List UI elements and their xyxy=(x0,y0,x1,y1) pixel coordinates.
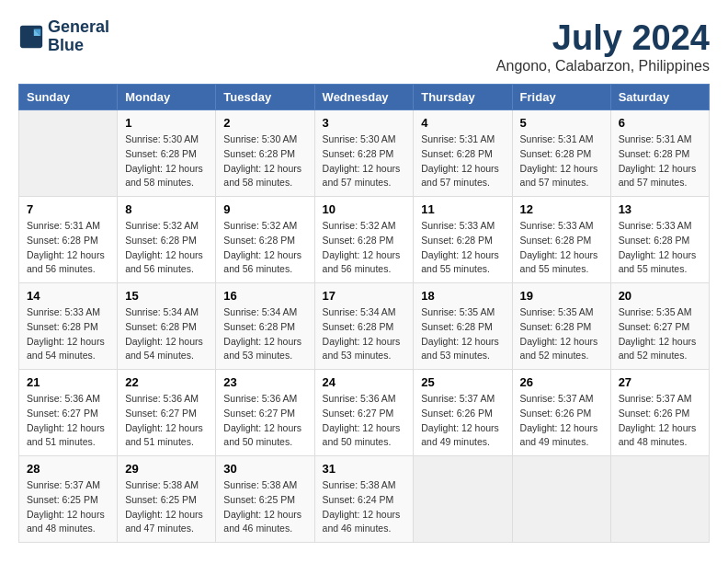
calendar-cell: 18Sunrise: 5:35 AM Sunset: 6:28 PM Dayli… xyxy=(414,283,512,370)
day-number: 26 xyxy=(520,375,603,389)
calendar-table: SundayMondayTuesdayWednesdayThursdayFrid… xyxy=(18,84,710,543)
day-number: 14 xyxy=(27,289,109,303)
calendar-cell: 12Sunrise: 5:33 AM Sunset: 6:28 PM Dayli… xyxy=(512,197,610,283)
svg-rect-0 xyxy=(20,26,42,48)
day-number: 27 xyxy=(619,375,701,389)
calendar-cell: 29Sunrise: 5:38 AM Sunset: 6:25 PM Dayli… xyxy=(118,456,216,543)
calendar-cell: 5Sunrise: 5:31 AM Sunset: 6:28 PM Daylig… xyxy=(512,110,610,197)
calendar-cell: 21Sunrise: 5:36 AM Sunset: 6:27 PM Dayli… xyxy=(19,370,118,456)
calendar-cell: 2Sunrise: 5:30 AM Sunset: 6:28 PM Daylig… xyxy=(216,110,314,197)
main-title: July 2024 xyxy=(496,18,710,58)
day-info: Sunrise: 5:36 AM Sunset: 6:27 PM Dayligh… xyxy=(323,392,406,450)
day-number: 4 xyxy=(421,116,504,130)
day-number: 23 xyxy=(223,375,306,389)
day-info: Sunrise: 5:31 AM Sunset: 6:28 PM Dayligh… xyxy=(421,132,504,190)
calendar-week-row: 7Sunrise: 5:31 AM Sunset: 6:28 PM Daylig… xyxy=(19,197,710,283)
calendar-cell: 27Sunrise: 5:37 AM Sunset: 6:26 PM Dayli… xyxy=(610,370,709,456)
day-info: Sunrise: 5:30 AM Sunset: 6:28 PM Dayligh… xyxy=(223,132,306,190)
day-info: Sunrise: 5:32 AM Sunset: 6:28 PM Dayligh… xyxy=(323,219,406,277)
calendar-cell: 28Sunrise: 5:37 AM Sunset: 6:25 PM Dayli… xyxy=(19,456,118,543)
calendar-week-row: 1Sunrise: 5:30 AM Sunset: 6:28 PM Daylig… xyxy=(19,110,710,197)
day-info: Sunrise: 5:34 AM Sunset: 6:28 PM Dayligh… xyxy=(323,305,406,363)
weekday-header-thursday: Thursday xyxy=(414,85,512,110)
calendar-cell: 19Sunrise: 5:35 AM Sunset: 6:28 PM Dayli… xyxy=(512,283,610,370)
day-info: Sunrise: 5:35 AM Sunset: 6:28 PM Dayligh… xyxy=(520,305,603,363)
calendar-cell: 17Sunrise: 5:34 AM Sunset: 6:28 PM Dayli… xyxy=(314,283,414,370)
day-info: Sunrise: 5:34 AM Sunset: 6:28 PM Dayligh… xyxy=(223,305,306,363)
calendar-cell: 9Sunrise: 5:32 AM Sunset: 6:28 PM Daylig… xyxy=(216,197,314,283)
calendar-cell: 4Sunrise: 5:31 AM Sunset: 6:28 PM Daylig… xyxy=(414,110,512,197)
day-number: 11 xyxy=(421,202,504,216)
day-info: Sunrise: 5:36 AM Sunset: 6:27 PM Dayligh… xyxy=(223,392,306,450)
day-number: 5 xyxy=(520,116,603,130)
day-info: Sunrise: 5:37 AM Sunset: 6:26 PM Dayligh… xyxy=(619,392,701,450)
day-number: 24 xyxy=(323,375,406,389)
calendar-week-row: 21Sunrise: 5:36 AM Sunset: 6:27 PM Dayli… xyxy=(19,370,710,456)
weekday-header-tuesday: Tuesday xyxy=(216,85,314,110)
day-info: Sunrise: 5:31 AM Sunset: 6:28 PM Dayligh… xyxy=(619,132,701,190)
weekday-header-friday: Friday xyxy=(512,85,610,110)
day-info: Sunrise: 5:30 AM Sunset: 6:28 PM Dayligh… xyxy=(125,132,208,190)
calendar-cell: 25Sunrise: 5:37 AM Sunset: 6:26 PM Dayli… xyxy=(414,370,512,456)
calendar-cell: 3Sunrise: 5:30 AM Sunset: 6:28 PM Daylig… xyxy=(314,110,414,197)
logo-icon xyxy=(18,24,44,50)
weekday-header-wednesday: Wednesday xyxy=(314,85,414,110)
weekday-header-sunday: Sunday xyxy=(19,85,118,110)
day-number: 12 xyxy=(520,202,603,216)
day-info: Sunrise: 5:36 AM Sunset: 6:27 PM Dayligh… xyxy=(27,392,109,450)
calendar-cell: 24Sunrise: 5:36 AM Sunset: 6:27 PM Dayli… xyxy=(314,370,414,456)
day-info: Sunrise: 5:37 AM Sunset: 6:25 PM Dayligh… xyxy=(27,478,109,536)
day-info: Sunrise: 5:35 AM Sunset: 6:27 PM Dayligh… xyxy=(619,305,701,363)
calendar-cell: 10Sunrise: 5:32 AM Sunset: 6:28 PM Dayli… xyxy=(314,197,414,283)
day-info: Sunrise: 5:38 AM Sunset: 6:24 PM Dayligh… xyxy=(323,478,406,536)
calendar-cell: 11Sunrise: 5:33 AM Sunset: 6:28 PM Dayli… xyxy=(414,197,512,283)
calendar-body: 1Sunrise: 5:30 AM Sunset: 6:28 PM Daylig… xyxy=(19,110,710,543)
day-number: 22 xyxy=(125,375,208,389)
calendar-cell xyxy=(610,456,709,543)
day-info: Sunrise: 5:33 AM Sunset: 6:28 PM Dayligh… xyxy=(520,219,603,277)
day-number: 9 xyxy=(223,202,306,216)
day-info: Sunrise: 5:35 AM Sunset: 6:28 PM Dayligh… xyxy=(421,305,504,363)
calendar-cell: 26Sunrise: 5:37 AM Sunset: 6:26 PM Dayli… xyxy=(512,370,610,456)
day-info: Sunrise: 5:37 AM Sunset: 6:26 PM Dayligh… xyxy=(520,392,603,450)
logo-text: General Blue xyxy=(48,18,109,55)
calendar-cell xyxy=(512,456,610,543)
day-number: 7 xyxy=(27,202,109,216)
calendar-cell: 15Sunrise: 5:34 AM Sunset: 6:28 PM Dayli… xyxy=(118,283,216,370)
calendar-week-row: 14Sunrise: 5:33 AM Sunset: 6:28 PM Dayli… xyxy=(19,283,710,370)
title-section: July 2024 Angono, Calabarzon, Philippine… xyxy=(496,18,710,75)
calendar-cell xyxy=(19,110,118,197)
calendar-cell: 14Sunrise: 5:33 AM Sunset: 6:28 PM Dayli… xyxy=(19,283,118,370)
day-number: 8 xyxy=(125,202,208,216)
logo: General Blue xyxy=(18,18,109,55)
day-info: Sunrise: 5:38 AM Sunset: 6:25 PM Dayligh… xyxy=(125,478,208,536)
day-info: Sunrise: 5:38 AM Sunset: 6:25 PM Dayligh… xyxy=(223,478,306,536)
page-header: General Blue July 2024 Angono, Calabarzo… xyxy=(18,18,710,75)
day-number: 30 xyxy=(223,462,306,476)
day-number: 17 xyxy=(323,289,406,303)
day-number: 10 xyxy=(323,202,406,216)
weekday-header-monday: Monday xyxy=(118,85,216,110)
calendar-cell: 23Sunrise: 5:36 AM Sunset: 6:27 PM Dayli… xyxy=(216,370,314,456)
day-number: 15 xyxy=(125,289,208,303)
day-number: 1 xyxy=(125,116,208,130)
day-number: 3 xyxy=(323,116,406,130)
calendar-cell: 7Sunrise: 5:31 AM Sunset: 6:28 PM Daylig… xyxy=(19,197,118,283)
calendar-week-row: 28Sunrise: 5:37 AM Sunset: 6:25 PM Dayli… xyxy=(19,456,710,543)
weekday-header-saturday: Saturday xyxy=(610,85,709,110)
day-number: 21 xyxy=(27,375,109,389)
day-number: 19 xyxy=(520,289,603,303)
day-number: 2 xyxy=(223,116,306,130)
day-number: 6 xyxy=(619,116,701,130)
day-info: Sunrise: 5:36 AM Sunset: 6:27 PM Dayligh… xyxy=(125,392,208,450)
day-number: 29 xyxy=(125,462,208,476)
day-info: Sunrise: 5:33 AM Sunset: 6:28 PM Dayligh… xyxy=(619,219,701,277)
calendar-cell xyxy=(414,456,512,543)
day-number: 20 xyxy=(619,289,701,303)
calendar-cell: 16Sunrise: 5:34 AM Sunset: 6:28 PM Dayli… xyxy=(216,283,314,370)
day-number: 31 xyxy=(323,462,406,476)
day-number: 13 xyxy=(619,202,701,216)
day-info: Sunrise: 5:33 AM Sunset: 6:28 PM Dayligh… xyxy=(27,305,109,363)
calendar-header-row: SundayMondayTuesdayWednesdayThursdayFrid… xyxy=(19,85,710,110)
subtitle: Angono, Calabarzon, Philippines xyxy=(496,58,710,75)
